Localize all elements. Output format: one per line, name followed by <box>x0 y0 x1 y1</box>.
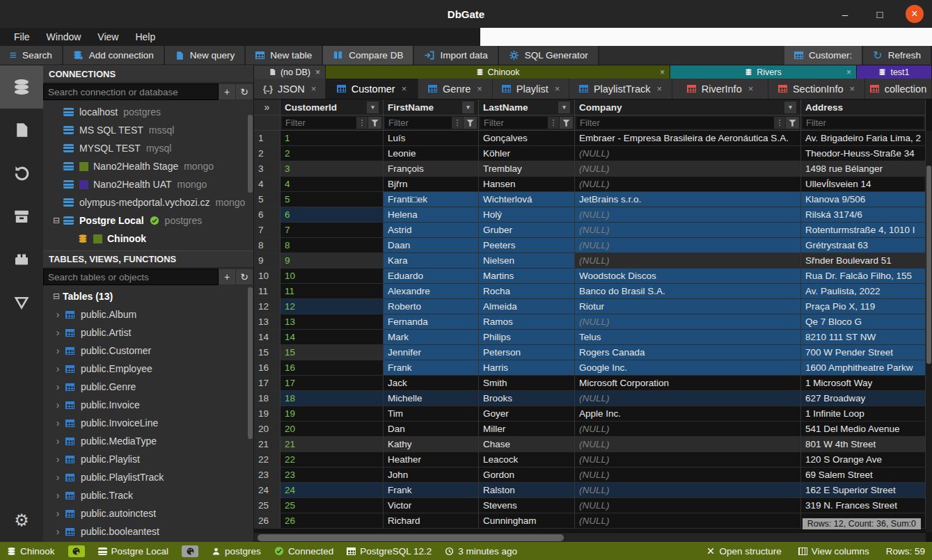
cell-firstname[interactable]: Bjřrn <box>384 177 479 192</box>
cell-company[interactable]: (NULL) <box>575 223 801 238</box>
cell-company[interactable]: Embraer - Empresa Brasileira de Aeronáut… <box>575 131 801 146</box>
cell-customerid[interactable]: 5 <box>281 192 384 207</box>
tables-refresh-button[interactable]: ↻ <box>236 269 253 285</box>
cell-customerid[interactable]: 4 <box>281 177 384 192</box>
connection-item[interactable]: Chinook <box>43 230 253 248</box>
cell-address[interactable]: Klanova 9/506 <box>801 192 926 207</box>
cell-customerid[interactable]: 15 <box>281 345 384 360</box>
filter-menu-button[interactable]: ⋮ <box>548 117 559 129</box>
cell-lastname[interactable]: Goyer <box>479 406 575 422</box>
cell-address[interactable]: Rua Dr. Falcão Filho, 155 <box>801 269 926 284</box>
cell-firstname[interactable]: Mark <box>384 330 479 345</box>
cell-firstname[interactable]: Heather <box>384 452 479 467</box>
tab-group-test1[interactable]: test1 <box>857 65 932 79</box>
filter-input[interactable]: Filter <box>282 117 356 129</box>
toolbar-button-add-connection[interactable]: Add connection <box>63 46 165 65</box>
table-tree-item[interactable]: ›public.Customer <box>43 342 253 360</box>
tab-json[interactable]: {..}JSON× <box>254 79 326 99</box>
grid-corner-button[interactable]: » <box>254 99 281 115</box>
connection-item[interactable]: ⊟Postgre Localpostgres <box>43 211 253 230</box>
rail-item-history[interactable] <box>0 152 43 195</box>
cell-customerid[interactable]: 25 <box>281 498 384 513</box>
table-tree-item[interactable]: ›public.Artist <box>43 323 253 342</box>
connections-scrollbar-thumb[interactable] <box>248 115 253 193</box>
row-number[interactable]: 19 <box>254 406 281 422</box>
cell-address[interactable]: Rilská 3174/6 <box>801 207 926 223</box>
filter-input[interactable]: Filter <box>803 117 924 129</box>
cell-address[interactable]: UllevÍlsveien 14 <box>801 177 926 192</box>
cell-company[interactable]: (NULL) <box>575 422 801 437</box>
tables-add-button[interactable]: + <box>219 269 236 285</box>
toolbar-button-new-table[interactable]: New table <box>246 46 323 65</box>
cell-customerid[interactable]: 3 <box>281 161 384 177</box>
cell-firstname[interactable]: Victor <box>384 498 479 513</box>
cell-firstname[interactable]: Frank <box>384 360 479 376</box>
cell-address[interactable]: Praça Pio X, 119 <box>801 299 926 314</box>
cell-customerid[interactable]: 13 <box>281 314 384 330</box>
status-item-view-columns[interactable]: View columns <box>798 546 869 557</box>
cell-firstname[interactable]: Roberto <box>384 299 479 314</box>
cell-lastname[interactable]: Nielsen <box>479 253 575 269</box>
table-tree-item[interactable]: ›public.Playlist <box>43 450 253 468</box>
row-number[interactable]: 22 <box>254 452 281 467</box>
cell-address[interactable]: Sřnder Boulevard 51 <box>801 253 926 269</box>
cell-company[interactable]: (NULL) <box>575 146 801 161</box>
connection-item[interactable]: MYSQL TESTmysql <box>43 139 253 157</box>
cell-lastname[interactable]: Stevens <box>479 498 575 513</box>
close-icon[interactable]: × <box>315 67 320 77</box>
row-number[interactable]: 10 <box>254 269 281 284</box>
cell-company[interactable]: (NULL) <box>575 238 801 253</box>
cell-address[interactable]: 162 E Superior Street <box>801 483 926 498</box>
row-number[interactable]: 16 <box>254 360 281 376</box>
column-menu-button[interactable]: ▾ <box>367 102 379 113</box>
grid-horizontal-scrollbar[interactable] <box>254 532 926 542</box>
cell-company[interactable]: (NULL) <box>575 391 801 406</box>
row-number[interactable]: 14 <box>254 330 281 345</box>
cell-customerid[interactable]: 12 <box>281 299 384 314</box>
tab-playlisttrack[interactable]: PlaylistTrack× <box>569 79 672 99</box>
vertical-scrollbar-thumb[interactable] <box>926 166 931 364</box>
row-number[interactable]: 5 <box>254 192 281 207</box>
connection-item[interactable]: olympus-medportal.vychozi.czmongo <box>43 193 253 211</box>
toolbar-button-import-data[interactable]: Import data <box>414 46 498 65</box>
filter-funnel-button[interactable] <box>560 117 573 129</box>
cell-company[interactable]: Riotur <box>575 299 801 314</box>
connection-item[interactable]: MS SQL TESTmssql <box>43 121 253 139</box>
cell-firstname[interactable]: Franti□ek <box>384 192 479 207</box>
cell-lastname[interactable]: Ramos <box>479 314 575 330</box>
row-number[interactable]: 12 <box>254 299 281 314</box>
cell-address[interactable]: 541 Del Medio Avenue <box>801 422 926 437</box>
cell-customerid[interactable]: 6 <box>281 207 384 223</box>
connection-item[interactable]: Nano2Health Stagemongo <box>43 157 253 175</box>
tab-collection[interactable]: collection <box>865 79 932 99</box>
cell-customerid[interactable]: 17 <box>281 376 384 391</box>
cell-company[interactable]: Rogers Canada <box>575 345 801 360</box>
toolbar-button-compare-db[interactable]: Compare DB <box>323 46 414 65</box>
cell-firstname[interactable]: Richard <box>384 513 479 529</box>
cell-firstname[interactable]: Jack <box>384 376 479 391</box>
cell-company[interactable]: (NULL) <box>575 177 801 192</box>
rail-item-settings[interactable]: ⚙ <box>0 499 43 542</box>
cell-customerid[interactable]: 19 <box>281 406 384 422</box>
cell-address[interactable]: Grétrystraat 63 <box>801 238 926 253</box>
filter-menu-button[interactable]: ⋮ <box>356 117 368 129</box>
cell-company[interactable]: (NULL) <box>575 437 801 452</box>
cell-customerid[interactable]: 18 <box>281 391 384 406</box>
cell-firstname[interactable]: Frank <box>384 483 479 498</box>
cell-company[interactable]: (NULL) <box>575 253 801 269</box>
row-number[interactable]: 23 <box>254 467 281 483</box>
table-tree-item[interactable]: ›public.Employee <box>43 360 253 378</box>
toolbar-button-refresh[interactable]: ↻Refresh <box>863 46 932 65</box>
rail-item-file[interactable] <box>0 109 43 152</box>
close-icon[interactable]: × <box>748 83 754 94</box>
cell-firstname[interactable]: Helena <box>384 207 479 223</box>
collapse-icon[interactable]: ⊟ <box>50 216 63 225</box>
cell-firstname[interactable]: Astrid <box>384 223 479 238</box>
row-number[interactable]: 4 <box>254 177 281 192</box>
cell-lastname[interactable]: Almeida <box>479 299 575 314</box>
cell-customerid[interactable]: 14 <box>281 330 384 345</box>
cell-firstname[interactable]: Kara <box>384 253 479 269</box>
row-number[interactable]: 15 <box>254 345 281 360</box>
tables-search-input[interactable]: Search tables or objects <box>43 269 219 285</box>
cell-lastname[interactable]: Wichterlová <box>479 192 575 207</box>
